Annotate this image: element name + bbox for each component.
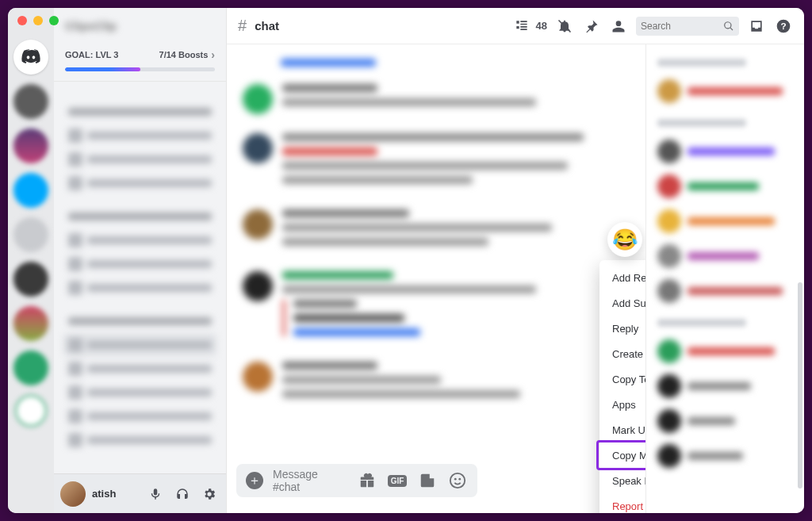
- context-menu-item-reply[interactable]: Reply: [604, 316, 645, 341]
- pinned-messages-button[interactable]: [582, 17, 601, 36]
- context-menu-label: Apps: [612, 399, 636, 411]
- guild-rail: [8, 8, 54, 513]
- svg-point-3: [454, 478, 457, 481]
- gif-button[interactable]: GIF: [387, 470, 408, 491]
- gift-icon: [358, 472, 376, 489]
- help-button[interactable]: ?: [774, 17, 793, 36]
- search-input[interactable]: [641, 21, 720, 32]
- guild-item[interactable]: [13, 84, 48, 119]
- channel-list[interactable]: [54, 82, 226, 473]
- home-button[interactable]: [13, 40, 48, 75]
- zoom-window-button[interactable]: [49, 16, 59, 25]
- members-icon: [611, 18, 626, 34]
- context-menu-item-speak-message[interactable]: Speak Message: [604, 468, 645, 493]
- threads-button[interactable]: [512, 17, 531, 36]
- quick-reaction-emoji[interactable]: 😂: [607, 222, 642, 257]
- mic-button[interactable]: [145, 484, 166, 504]
- pin-icon: [584, 18, 599, 34]
- gear-icon: [202, 487, 216, 501]
- window-controls: [17, 16, 59, 25]
- help-icon: ?: [776, 18, 791, 34]
- guild-item[interactable]: [13, 128, 48, 163]
- guild-item[interactable]: [13, 262, 48, 297]
- guild-item[interactable]: [13, 217, 48, 252]
- user-settings-button[interactable]: [199, 484, 220, 504]
- context-menu-label: Mark Unread: [612, 424, 645, 436]
- context-menu-label: Report Message: [612, 500, 645, 512]
- chevron-right-icon: ›: [211, 48, 215, 61]
- boost-progress-fill: [65, 67, 140, 71]
- context-menu-item-create-thread[interactable]: Create Thread: [604, 341, 645, 366]
- guild-item[interactable]: [13, 306, 48, 341]
- emoji-button[interactable]: [447, 470, 468, 491]
- minimize-window-button[interactable]: [33, 16, 43, 25]
- svg-point-4: [458, 478, 461, 481]
- server-name[interactable]: ClipsClip: [54, 8, 226, 40]
- message-list[interactable]: ＋ Message #chat GIF 😂 Add Reaction›Add S…: [227, 44, 645, 513]
- message-composer[interactable]: ＋ Message #chat GIF: [236, 464, 477, 497]
- guild-item-selected[interactable]: [13, 173, 48, 208]
- boost-progress-label: 7/14 Boosts: [159, 50, 209, 59]
- search-box[interactable]: [636, 17, 739, 36]
- boost-banner[interactable]: GOAL: LVL 3 7/14 Boosts ›: [54, 40, 226, 82]
- context-menu-label: Copy Message Link: [612, 450, 645, 462]
- context-menu-label: Create Thread: [612, 348, 645, 360]
- emoji-icon: [449, 472, 466, 489]
- boost-goal-label: GOAL: LVL 3: [65, 50, 118, 59]
- gift-button[interactable]: [357, 470, 377, 491]
- username[interactable]: atish: [92, 488, 139, 500]
- guild-item[interactable]: [15, 395, 47, 427]
- guild-item[interactable]: [13, 351, 48, 385]
- inbox-button[interactable]: [747, 17, 766, 36]
- context-menu-item-copy-text[interactable]: Copy Text: [604, 366, 645, 392]
- sticker-icon: [419, 472, 436, 489]
- context-menu-item-copy-message-link[interactable]: Copy Message Link: [604, 442, 645, 468]
- deafen-button[interactable]: [172, 484, 193, 504]
- inbox-icon: [749, 18, 764, 34]
- hash-icon: #: [238, 17, 247, 35]
- chat-header: # chat 48 ?: [227, 8, 804, 44]
- context-menu-item-report-message[interactable]: Report Message: [604, 493, 645, 513]
- channel-name: chat: [255, 19, 279, 33]
- context-menu-item-apps[interactable]: Apps›: [604, 392, 645, 417]
- message-context-menu: 😂 Add Reaction›Add Super Reaction ›Reply…: [599, 227, 645, 513]
- sticker-button[interactable]: [417, 470, 438, 491]
- boost-progress-bar: [65, 67, 215, 71]
- context-menu-label: Speak Message: [612, 475, 645, 487]
- threads-icon: [514, 18, 530, 34]
- search-icon: [723, 21, 734, 32]
- gif-label: GIF: [388, 475, 408, 487]
- member-list[interactable]: [645, 44, 804, 513]
- context-menu-label: Reply: [612, 323, 638, 335]
- discord-logo-icon: [21, 47, 41, 67]
- context-menu-label: Add Reaction: [612, 272, 645, 284]
- main-panel: # chat 48 ?: [227, 8, 804, 513]
- user-avatar[interactable]: [60, 481, 86, 507]
- channel-sidebar: ClipsClip GOAL: LVL 3 7/14 Boosts ›: [54, 8, 227, 513]
- microphone-icon: [148, 487, 163, 501]
- close-window-button[interactable]: [17, 16, 27, 25]
- attach-button[interactable]: ＋: [246, 472, 263, 489]
- thread-count: 48: [536, 20, 547, 32]
- svg-text:?: ?: [780, 21, 786, 31]
- context-menu-item-mark-unread[interactable]: Mark Unread: [604, 417, 645, 442]
- headphones-icon: [175, 487, 190, 501]
- member-list-toggle[interactable]: [609, 17, 628, 36]
- context-menu-label: Add Super Reaction: [612, 297, 645, 309]
- user-panel: atish: [54, 473, 226, 513]
- composer-placeholder[interactable]: Message #chat: [273, 468, 347, 493]
- app-window: ClipsClip GOAL: LVL 3 7/14 Boosts ›: [8, 8, 804, 513]
- context-menu-item-add-reaction[interactable]: Add Reaction›: [604, 265, 645, 290]
- bell-muted-icon: [557, 18, 573, 34]
- members-scrollbar[interactable]: [798, 282, 802, 488]
- context-menu-label: Copy Text: [612, 374, 645, 385]
- svg-point-2: [450, 473, 465, 488]
- notification-settings-button[interactable]: [555, 17, 574, 36]
- context-menu-item-add-super-reaction[interactable]: Add Super Reaction ›: [604, 290, 645, 316]
